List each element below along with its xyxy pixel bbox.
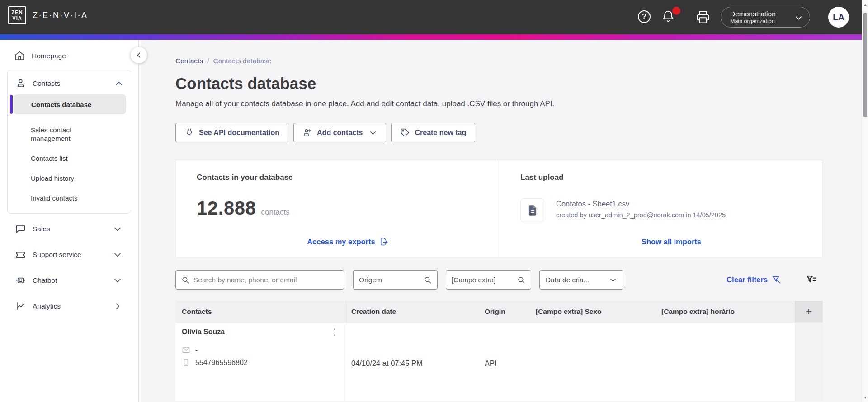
creation-date-filter-dropdown[interactable]: Data de cria...	[539, 270, 623, 290]
sidebar-item-contacts-list[interactable]: Contacts list	[31, 154, 96, 163]
origin-filter-input[interactable]	[359, 276, 424, 284]
contacts-count-unit: contacts	[261, 208, 289, 217]
origin-filter-field	[353, 270, 438, 290]
search-icon	[181, 276, 189, 284]
create-new-tag-button[interactable]: Create new tag	[391, 123, 475, 142]
sidebar-item-label: Chatbot	[33, 276, 57, 285]
sidebar-item-sales-contact-management[interactable]: Sales contact management	[31, 126, 96, 143]
logo-mark-bottom: VIA	[12, 15, 22, 21]
chevron-up-icon	[114, 79, 123, 88]
funnel-list-icon	[806, 274, 817, 286]
chevron-right-icon	[113, 302, 122, 311]
campo-sexo-cell	[529, 323, 655, 401]
document-icon	[526, 204, 539, 217]
print-button[interactable]	[696, 10, 710, 24]
sidebar-item-upload-history[interactable]: Upload history	[31, 174, 96, 182]
column-header-origin: Origin	[480, 301, 529, 322]
chevron-down-icon	[113, 224, 122, 234]
plug-icon	[184, 128, 194, 137]
zenvia-logo-icon: ZEN VIA	[8, 6, 26, 24]
sidebar-collapse-button[interactable]	[131, 47, 147, 63]
sidebar-item-contacts[interactable]: Contacts	[8, 70, 131, 90]
card-heading: Last upload	[520, 173, 822, 182]
link-label: Show all imports	[642, 238, 701, 246]
link-label: Access my exports	[307, 238, 375, 246]
dropdown-label: Data de cria...	[546, 276, 590, 284]
notifications-button[interactable]	[661, 9, 677, 25]
search-input[interactable]	[193, 276, 338, 284]
sidebar-item-contacts-database[interactable]: Contacts database	[14, 94, 126, 114]
contact-email: -	[195, 346, 198, 354]
topbar: ZEN VIA Z·E·N·V·I·A ? Demonstration Main…	[0, 0, 868, 34]
add-column-button[interactable]: +	[795, 301, 823, 322]
brand-name: Z·E·N·V·I·A	[33, 11, 88, 20]
button-label: Add contacts	[317, 129, 363, 137]
table-header-row: Contacts Creation date Origin [Campo ext…	[175, 301, 823, 323]
page-title: Contacts database	[175, 75, 823, 93]
search-icon	[517, 276, 525, 284]
breadcrumb-contacts[interactable]: Contacts	[175, 57, 203, 65]
button-label: Create new tag	[415, 129, 466, 137]
row-menu-button[interactable]: ⋮	[328, 327, 342, 337]
brand[interactable]: ZEN VIA Z·E·N·V·I·A	[8, 6, 88, 24]
sidebar-item-invalid-contacts[interactable]: Invalid contacts	[31, 194, 96, 202]
mobile-phone-icon	[182, 358, 190, 367]
help-button[interactable]: ?	[638, 10, 651, 24]
sidebar-item-label: Contacts database	[31, 101, 91, 108]
contact-name-link[interactable]: Olivia Souza	[182, 328, 225, 336]
email-icon	[182, 346, 190, 354]
sidebar-item-analytics[interactable]: Analytics	[0, 293, 138, 319]
sidebar-item-homepage[interactable]: Homepage	[14, 51, 138, 61]
column-header-contacts: Contacts	[175, 301, 346, 322]
sidebar-item-sales[interactable]: Sales	[0, 216, 138, 242]
contacts-count-card: Contacts in your database 12.888 contact…	[176, 160, 499, 257]
add-contacts-button[interactable]: Add contacts	[293, 123, 386, 142]
sidebar-item-label: Sales	[33, 225, 50, 233]
upload-filename: Contatos - Sheet1.csv	[556, 200, 726, 208]
page-scrollbar[interactable]: ▲ ▼	[862, 0, 868, 402]
column-header-campo-sexo: [Campo extra] Sexo	[529, 301, 655, 322]
sidebar-contacts-group: Contacts Contacts database Sales contact…	[7, 70, 131, 214]
origin-cell: API	[480, 323, 529, 401]
contact-phone: 5547965596802	[195, 359, 248, 367]
sidebar-item-label: Contacts	[33, 79, 60, 88]
sidebar-item-label: Homepage	[32, 52, 66, 60]
sidebar-item-chatbot[interactable]: Chatbot	[0, 267, 138, 293]
filter-settings-button[interactable]	[806, 274, 817, 286]
printer-icon	[696, 10, 710, 24]
brand-gradient-bar	[0, 34, 868, 40]
sidebar-item-label: Support service	[33, 251, 81, 259]
column-header-creation-date: Creation date	[346, 301, 480, 322]
breadcrumb-current[interactable]: Contacts database	[213, 57, 271, 65]
avatar[interactable]: LA	[828, 7, 849, 28]
chevron-down-icon	[609, 276, 617, 284]
scrollbar-thumb[interactable]	[863, 13, 867, 117]
ticket-icon	[15, 249, 26, 260]
breadcrumb: Contacts / Contacts database	[175, 57, 823, 65]
search-field	[175, 270, 344, 290]
add-column-cell	[795, 323, 823, 401]
contacts-icon	[15, 78, 26, 89]
robot-icon	[15, 275, 26, 285]
link-label: Clear filters	[726, 276, 768, 284]
card-heading: Contacts in your database	[197, 173, 499, 182]
chevron-left-icon	[135, 51, 142, 59]
campo-horario-cell	[655, 323, 795, 401]
active-indicator	[10, 95, 13, 114]
scroll-down-arrow[interactable]: ▼	[862, 394, 868, 401]
access-my-exports-link[interactable]: Access my exports	[307, 237, 388, 246]
notification-badge	[672, 7, 680, 15]
show-all-imports-link[interactable]: Show all imports	[642, 238, 701, 246]
organization-switcher[interactable]: Demonstration Main organization	[721, 7, 810, 28]
main-content: Contacts / Contacts database Contacts da…	[139, 40, 862, 402]
scroll-up-arrow[interactable]: ▲	[862, 1, 868, 8]
sidebar-item-support-service[interactable]: Support service	[0, 242, 138, 267]
chevron-down-icon	[113, 276, 122, 285]
extra-field-filter-input[interactable]	[452, 276, 517, 284]
summary-cards: Contacts in your database 12.888 contact…	[175, 160, 823, 257]
see-api-documentation-button[interactable]: See API documentation	[175, 123, 288, 142]
button-label: See API documentation	[199, 129, 279, 137]
clear-filters-button[interactable]: Clear filters	[726, 275, 781, 285]
page-subtitle: Manage all of your contacts database in …	[175, 99, 823, 108]
sidebar-item-label: Analytics	[33, 302, 61, 310]
